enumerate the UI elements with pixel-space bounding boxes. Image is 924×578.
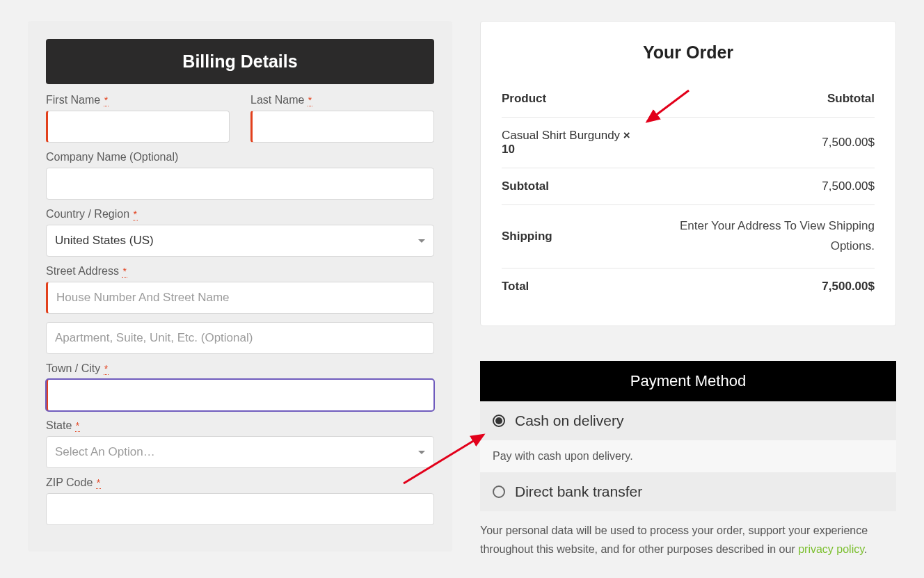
payment-option-bank[interactable]: Direct bank transfer [480,472,896,511]
country-select[interactable]: United States (US) [46,225,434,257]
required-mark: * [75,420,80,432]
required-mark: * [104,95,109,106]
subtotal-value: 7,500.00$ [642,168,875,205]
country-label: Country / Region * [46,208,434,220]
zip-label: ZIP Code * [46,476,434,489]
payment-header: Payment Method [480,361,896,401]
required-mark: * [122,266,127,278]
required-mark: * [96,477,101,489]
required-mark: * [308,95,312,106]
payment-label: Cash on delivery [515,412,623,429]
order-title: Your Order [502,42,875,63]
company-field[interactable] [46,168,434,200]
required-mark: * [104,363,109,375]
state-select[interactable]: Select An Option… [46,436,434,468]
payment-option-cod[interactable]: Cash on delivery [480,401,896,440]
subtotal-header: Subtotal [642,81,875,118]
subtotal-label: Subtotal [502,168,642,205]
state-label: State * [46,419,434,432]
total-value: 7,500.00$ [642,268,875,305]
city-label: Town / City * [46,362,434,375]
city-field[interactable] [46,379,434,411]
last-name-field[interactable] [250,111,434,143]
order-panel: Your Order Product Subtotal Casual Shirt… [480,21,896,326]
order-item-row: Casual Shirt Burgundy × 10 7,500.00$ [502,118,875,168]
country-value: United States (US) [55,234,154,248]
radio-icon [493,485,505,498]
billing-panel: Billing Details First Name * Last Name *… [28,21,452,552]
street-address-2-field[interactable] [46,322,434,354]
total-label: Total [502,268,642,305]
zip-field[interactable] [46,493,434,525]
radio-selected-icon [493,415,505,427]
street-address-field[interactable] [46,282,434,314]
privacy-policy-link[interactable]: privacy policy [798,543,864,555]
street-label: Street Address * [46,265,434,278]
item-name: Casual Shirt Burgundy [502,129,623,142]
state-placeholder: Select An Option… [55,445,155,459]
item-subtotal: 7,500.00$ [642,118,875,168]
cod-description: Pay with cash upon delivery. [480,440,896,472]
product-header: Product [502,81,642,118]
required-mark: * [133,209,138,220]
billing-title: Billing Details [46,39,434,84]
shipping-label: Shipping [502,205,642,268]
first-name-label: First Name * [46,94,230,106]
last-name-label: Last Name * [250,94,434,106]
order-table: Product Subtotal Casual Shirt Burgundy ×… [502,81,875,305]
first-name-field[interactable] [46,111,230,143]
chevron-down-icon [418,239,425,243]
privacy-note: Your personal data will be used to proce… [480,521,896,559]
payment-label: Direct bank transfer [515,483,642,500]
shipping-message: Enter Your Address To View Shipping Opti… [642,205,875,268]
company-label: Company Name (Optional) [46,151,434,163]
chevron-down-icon [418,451,425,454]
